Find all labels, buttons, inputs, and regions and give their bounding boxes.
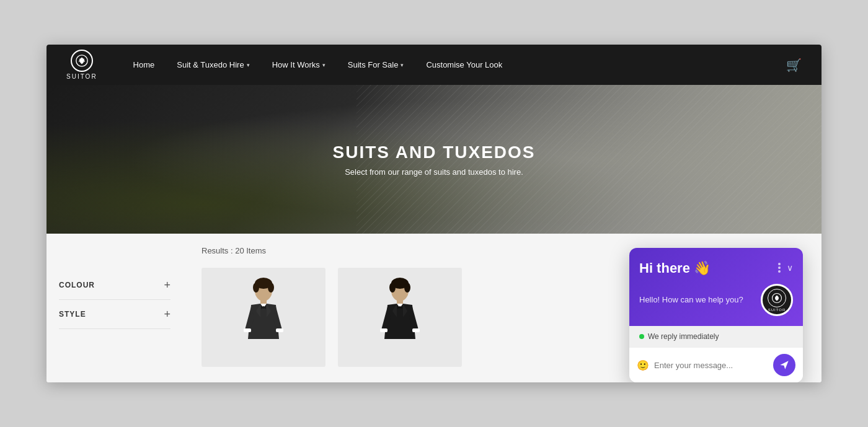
chevron-down-icon: ▾ <box>322 62 326 68</box>
svg-point-17 <box>404 283 410 293</box>
chat-online-status: We reply immediately <box>629 326 803 347</box>
chat-hello-text: Hello! How can we help you? <box>639 294 743 306</box>
product-card[interactable] <box>338 268 462 367</box>
svg-rect-12 <box>244 328 251 332</box>
svg-point-11 <box>262 306 265 309</box>
filter-style-label: STYLE <box>59 310 86 319</box>
nav-home[interactable]: Home <box>122 45 166 85</box>
wave-emoji: 👋 <box>694 260 711 276</box>
chat-header-actions: ∨ <box>778 263 793 273</box>
chat-widget: Hi there 👋 ∨ Hello! How can we help you? <box>629 248 803 382</box>
nav-how-it-works[interactable]: How It Works ▾ <box>261 45 337 85</box>
chevron-down-icon: ▾ <box>401 62 404 68</box>
hero-banner: SUITS AND TUXEDOS Select from our range … <box>46 85 822 234</box>
chat-message-input[interactable] <box>654 361 768 370</box>
chat-header: Hi there 👋 ∨ Hello! How can we help you? <box>629 248 803 326</box>
svg-rect-26 <box>412 328 420 332</box>
expand-style-icon[interactable]: + <box>164 309 170 320</box>
content-wrapper: COLOUR + STYLE + Results : 20 Items <box>46 234 822 382</box>
svg-point-3 <box>253 283 259 293</box>
chat-send-button[interactable] <box>773 354 795 376</box>
chat-avatar-text: SUITOR <box>768 308 786 312</box>
online-indicator <box>639 334 644 339</box>
chat-avatar: SUITOR <box>761 284 793 316</box>
nav-links: Home Suit & Tuxedo Hire ▾ How It Works ▾… <box>122 45 514 85</box>
chat-input-area: 🙂 <box>629 347 803 382</box>
product-image <box>338 268 462 367</box>
chevron-down-icon: ▾ <box>247 62 250 68</box>
filter-colour-header[interactable]: COLOUR + <box>59 280 170 291</box>
sidebar: COLOUR + STYLE + <box>46 234 183 382</box>
svg-point-16 <box>389 283 396 293</box>
hero-title: SUITS AND TUXEDOS <box>333 143 536 162</box>
emoji-button[interactable]: 🙂 <box>637 359 649 371</box>
svg-point-4 <box>268 283 274 293</box>
expand-colour-icon[interactable]: + <box>164 280 170 291</box>
online-label: We reply immediately <box>648 332 719 341</box>
chat-avatar-logo <box>768 289 786 307</box>
navbar: SUITOR Home Suit & Tuxedo Hire ▾ How It … <box>46 45 822 85</box>
svg-rect-25 <box>380 328 388 332</box>
filter-colour: COLOUR + <box>59 271 170 300</box>
nav-customise[interactable]: Customise Your Look <box>415 45 513 85</box>
cart-icon[interactable]: 🛒 <box>786 58 802 73</box>
hero-subtitle: Select from our range of suits and tuxed… <box>333 167 536 177</box>
chat-header-top: Hi there 👋 ∨ <box>639 260 793 276</box>
logo-icon <box>71 50 93 72</box>
nav-suit-hire[interactable]: Suit & Tuxedo Hire ▾ <box>166 45 260 85</box>
svg-rect-13 <box>276 328 283 332</box>
logo[interactable]: SUITOR <box>66 50 97 80</box>
chat-body-header: Hello! How can we help you? SUITOR <box>639 284 793 316</box>
chat-minimize-icon[interactable]: ∨ <box>787 263 793 273</box>
filter-colour-label: COLOUR <box>59 281 95 289</box>
nav-suits-sale[interactable]: Suits For Sale ▾ <box>337 45 415 85</box>
product-card[interactable] <box>202 268 326 367</box>
filter-style-header[interactable]: STYLE + <box>59 309 170 320</box>
filter-style: STYLE + <box>59 300 170 329</box>
svg-point-24 <box>399 306 401 309</box>
chat-options-icon[interactable] <box>778 263 781 273</box>
product-image <box>202 268 326 367</box>
chat-greeting: Hi there 👋 <box>639 260 711 276</box>
logo-text: SUITOR <box>66 73 97 80</box>
hero-content: SUITS AND TUXEDOS Select from our range … <box>333 143 536 177</box>
